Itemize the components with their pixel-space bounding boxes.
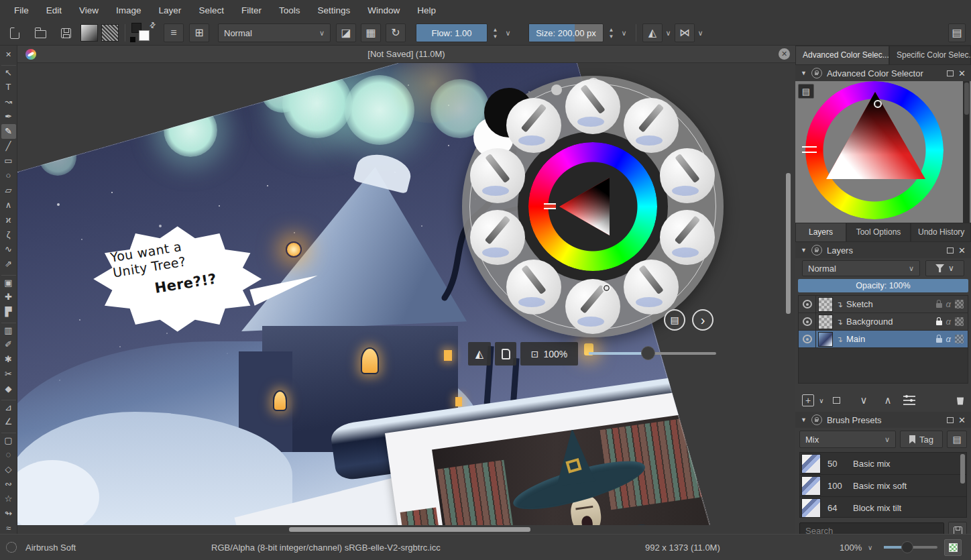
tool-similar-color-select[interactable]: ☆	[1, 492, 16, 506]
popup-brush-preset[interactable]	[565, 79, 620, 134]
tool-crop[interactable]: ▛	[1, 304, 16, 319]
menu-help[interactable]: Help	[408, 5, 445, 15]
inherit-alpha-icon[interactable]: ↴	[833, 335, 846, 344]
layer-opacity-slider[interactable]: Opacity: 100% ▲▼	[798, 279, 968, 292]
eraser-mode-button[interactable]: ◪	[336, 23, 356, 42]
open-document-button[interactable]	[31, 23, 50, 42]
collapse-icon[interactable]: ▼	[801, 70, 807, 76]
float-docker-icon[interactable]	[947, 417, 954, 423]
vscroll-handle[interactable]	[786, 173, 791, 314]
tool-fill[interactable]: ◆	[1, 382, 16, 396]
layer-visibility-toggle[interactable]	[799, 313, 816, 330]
tool-polygon-select[interactable]: ◇	[1, 462, 16, 477]
mirror-view-button[interactable]: ◭	[468, 342, 491, 366]
docker-lock-icon[interactable]	[811, 245, 822, 256]
save-button[interactable]	[56, 23, 75, 42]
tool-rectangle[interactable]: ▭	[1, 154, 16, 168]
canvas-close-icon[interactable]: ✕	[779, 48, 790, 60]
menu-edit[interactable]: Edit	[38, 5, 70, 15]
size-spinner[interactable]: ▲▼	[606, 23, 617, 42]
tab-layers[interactable]: Layers	[795, 223, 846, 242]
lock-icon[interactable]	[936, 303, 942, 308]
tool-color-sampler[interactable]: ✐	[1, 337, 16, 352]
popup-brush-preset[interactable]	[470, 210, 525, 265]
tool-bezier-select[interactable]: ↬	[1, 506, 16, 521]
flow-slider[interactable]: Flow: 1.00	[416, 23, 488, 42]
tool-measure[interactable]: ∠	[1, 414, 16, 429]
tool-calligraphy[interactable]: ✒	[1, 109, 16, 124]
zoom-to-fit-button[interactable]	[944, 539, 962, 556]
selection-mode-icon[interactable]	[6, 542, 17, 553]
popup-more-button[interactable]: ›	[692, 309, 713, 331]
layer-visibility-toggle[interactable]	[799, 296, 816, 313]
layer-filter-button[interactable]: ∨	[925, 260, 964, 276]
tool-transform[interactable]: ▣	[1, 275, 16, 290]
menu-select[interactable]: Select	[190, 5, 233, 15]
new-document-button[interactable]	[5, 23, 24, 42]
tool-ellipse-select[interactable]: ◌	[1, 447, 16, 462]
mirror-vertical-button[interactable]: ◭	[642, 23, 663, 42]
alpha-lock-icon[interactable]: α	[946, 299, 951, 309]
preset-row[interactable]: 64 Block mix tilt	[800, 497, 966, 518]
tool-polyline[interactable]: ∧	[1, 198, 16, 213]
canvas-only-button[interactable]	[495, 342, 516, 366]
docker-header[interactable]: ▼ Layers ✕	[795, 242, 971, 258]
popup-brush-preset[interactable]	[470, 148, 525, 203]
tab-advanced-color-selector[interactable]: Advanced Color Selec...	[795, 46, 889, 65]
close-docker-icon[interactable]: ✕	[958, 68, 966, 78]
preserve-alpha-button[interactable]: ▦	[361, 23, 381, 42]
tool-select-shapes[interactable]: ↖	[1, 65, 16, 80]
popup-hue-marker[interactable]	[544, 203, 556, 209]
alpha-checker-icon[interactable]	[955, 335, 964, 343]
lock-icon[interactable]	[936, 338, 942, 343]
tab-tool-options[interactable]: Tool Options	[846, 223, 911, 242]
toolbox-close-button[interactable]: ✕	[1, 47, 16, 62]
status-zoom-slider[interactable]	[884, 546, 937, 549]
popup-brush-preset[interactable]	[506, 98, 561, 153]
tab-specific-color-selector[interactable]: Specific Color Selec...	[889, 46, 971, 65]
tool-edit-shapes[interactable]: ↝	[1, 95, 16, 109]
layer-row-sketch[interactable]: ↴ Sketch α	[799, 296, 968, 313]
zoom-dropdown-icon[interactable]: ∨	[868, 544, 872, 551]
tool-rect-select[interactable]: ▢	[1, 433, 16, 447]
size-dropdown-icon[interactable]: ∨	[618, 23, 630, 42]
canvas-hscrollbar[interactable]	[17, 526, 795, 533]
duplicate-layer-button[interactable]	[833, 397, 840, 404]
inherit-alpha-icon[interactable]: ↴	[833, 300, 846, 309]
add-layer-dropdown[interactable]: ∨	[817, 397, 826, 404]
delete-layer-button[interactable]	[956, 396, 964, 405]
move-layer-up-button[interactable]: ∧	[880, 394, 895, 406]
docker-lock-icon[interactable]	[811, 68, 822, 78]
popup-brush-preset[interactable]	[565, 279, 620, 334]
menu-layer[interactable]: Layer	[150, 5, 190, 15]
add-layer-button[interactable]: +	[802, 394, 814, 406]
popup-brush-preset[interactable]	[624, 98, 679, 153]
zoom-level-label[interactable]: 100%	[840, 543, 862, 553]
move-layer-down-button[interactable]: ∨	[856, 394, 871, 406]
acs-scrollbar[interactable]	[963, 81, 970, 223]
canvas-vscrollbar[interactable]	[785, 64, 791, 524]
mirror-horizontal-dropdown[interactable]: ∨	[695, 23, 706, 42]
layer-blending-mode-dropdown[interactable]: Normal ∨	[802, 260, 920, 276]
tool-bezier-curve[interactable]: ϰ	[1, 213, 16, 227]
preset-tag-dropdown[interactable]: Mix ∨	[799, 431, 896, 448]
background-color-swatch[interactable]	[139, 30, 150, 41]
alpha-lock-icon[interactable]: α	[946, 317, 951, 327]
zoom-reset-button[interactable]: ⊡ 100%	[520, 342, 578, 366]
advanced-color-selector[interactable]: ▤	[795, 81, 971, 223]
acs-scroll-handle[interactable]	[964, 82, 969, 115]
float-docker-icon[interactable]	[947, 70, 954, 76]
mirror-vertical-dropdown[interactable]: ∨	[663, 23, 674, 42]
canvas-viewport[interactable]: NO! You want a Unity Tree? Here?!?	[17, 63, 795, 526]
collapse-icon[interactable]: ▼	[801, 247, 807, 254]
menu-tools[interactable]: Tools	[270, 5, 309, 15]
tool-freehand-path[interactable]: ζ	[1, 227, 16, 242]
preset-row[interactable]: 50 Basic mix	[800, 453, 966, 475]
tool-pattern-edit[interactable]: ✂	[1, 367, 16, 382]
tool-smart-patch[interactable]: ✱	[1, 352, 16, 367]
tool-polygon[interactable]: ▱	[1, 183, 16, 198]
menu-file[interactable]: File	[5, 5, 38, 15]
flow-spinner[interactable]: ▲▼	[490, 23, 501, 42]
preset-scrollbar[interactable]	[960, 454, 966, 517]
preset-view-mode-button[interactable]: ▤	[947, 431, 967, 448]
